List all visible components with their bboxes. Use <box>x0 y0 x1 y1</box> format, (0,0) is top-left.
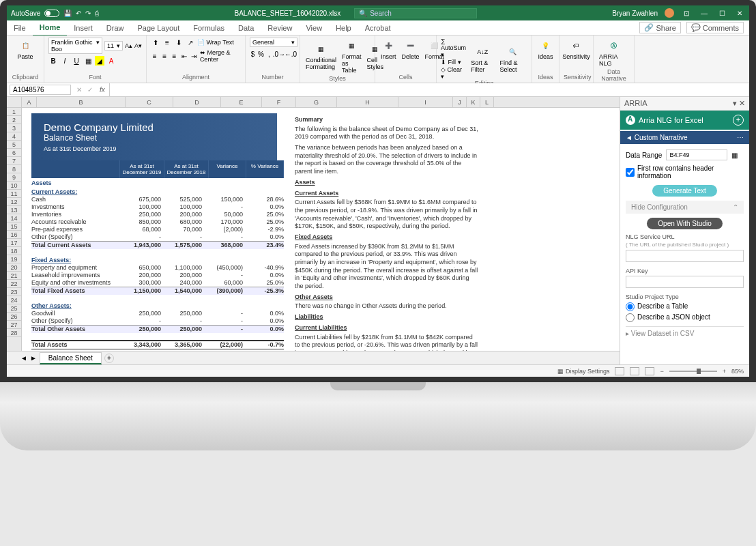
tab-formulas[interactable]: Formulas <box>186 20 231 35</box>
decrease-decimal-icon[interactable]: ←.0 <box>286 49 295 59</box>
save-icon[interactable]: 💾 <box>63 10 72 17</box>
undo-icon[interactable]: ↶ <box>76 10 81 17</box>
increase-font-icon[interactable]: A▴ <box>125 42 132 49</box>
tab-data[interactable]: Data <box>231 20 261 35</box>
view-csv-link[interactable]: ▸ View Dataset in CSV <box>626 326 744 337</box>
tab-view[interactable]: View <box>299 20 329 35</box>
table-row[interactable]: Total Current Assets1,943,0001,575,00036… <box>31 241 284 249</box>
table-row[interactable]: Goodwill250,000250,000-0.0% <box>31 310 284 317</box>
tab-nav-next[interactable]: ► <box>30 354 37 362</box>
row-header[interactable]: 22 <box>7 280 21 288</box>
row-header[interactable]: 28 <box>7 329 21 337</box>
tab-nav-prev[interactable]: ◄ <box>20 354 27 362</box>
font-size-input[interactable]: 11▾ <box>104 41 123 51</box>
row-header[interactable]: 9 <box>7 173 21 182</box>
align-right-icon[interactable]: ≡ <box>171 51 178 61</box>
data-range-input[interactable] <box>666 149 727 160</box>
underline-icon[interactable]: U <box>72 56 81 66</box>
find-select-button[interactable]: 🔍Find & Select <box>498 44 527 74</box>
format-as-table-button[interactable]: ▦Format as Table <box>340 38 363 75</box>
user-name[interactable]: Bryan Zwahlen <box>612 10 658 17</box>
tab-insert[interactable]: Insert <box>67 20 100 35</box>
table-row[interactable]: Investments100,000100,000-0.0% <box>31 203 284 211</box>
row-header[interactable]: 11 <box>7 190 21 198</box>
add-sheet-button[interactable]: + <box>104 354 114 363</box>
orientation-icon[interactable]: ↗ <box>186 38 195 47</box>
align-bot-icon[interactable]: ⬇ <box>174 38 184 47</box>
table-row[interactable]: Other (Specify)---0.0% <box>31 233 284 241</box>
row-header[interactable]: 21 <box>7 272 21 280</box>
table-row[interactable]: Inventories250,000200,00050,00025.0% <box>31 211 284 218</box>
row-header[interactable]: 16 <box>7 231 21 239</box>
italic-icon[interactable]: I <box>60 56 70 66</box>
sensitivity-button[interactable]: 🏷Sensitivity <box>564 38 589 61</box>
open-studio-button[interactable]: Open With Studio <box>647 218 722 229</box>
tab-home[interactable]: Home <box>33 20 68 36</box>
tab-review[interactable]: Review <box>261 20 299 35</box>
conditional-formatting-button[interactable]: ▦Conditional Formatting <box>304 41 338 72</box>
row-header[interactable]: 26 <box>7 313 21 321</box>
table-row[interactable]: Accounts receivable850,000680,000170,000… <box>31 218 284 226</box>
header-row-checkbox[interactable] <box>626 168 635 177</box>
indent-inc-icon[interactable]: ⇥ <box>190 51 198 61</box>
radio-table[interactable] <box>626 302 635 311</box>
row-header[interactable]: 13 <box>7 206 21 214</box>
autosum-button[interactable]: ∑ AutoSum ▾ <box>441 38 467 58</box>
sort-filter-button[interactable]: A↓ZSort & Filter <box>469 44 495 74</box>
formula-input[interactable] <box>109 83 749 96</box>
api-key-input[interactable] <box>626 276 744 288</box>
arria-button[interactable]: ⒶARRIA NLG <box>598 38 630 68</box>
ideas-button[interactable]: 💡Ideas <box>536 38 555 61</box>
tab-help[interactable]: Help <box>329 20 358 35</box>
avatar[interactable] <box>665 8 674 18</box>
table-row[interactable]: Total Assets3,343,0003,365,000(22,000)-0… <box>31 340 284 349</box>
table-row[interactable]: Total Fixed Assets1,150,0001,540,000(390… <box>31 287 284 295</box>
fill-color-icon[interactable]: ◢ <box>95 56 104 66</box>
merge-button[interactable]: ⬌ Merge & Center <box>200 49 241 63</box>
row-header[interactable]: 19 <box>7 255 21 263</box>
align-top-icon[interactable]: ⬆ <box>151 38 160 47</box>
table-row[interactable]: Equity and other investments300,000240,0… <box>31 279 284 287</box>
row-header[interactable]: 23 <box>7 288 21 296</box>
row-header[interactable]: 5 <box>7 141 21 149</box>
tab-draw[interactable]: Draw <box>100 20 131 35</box>
zoom-out-button[interactable]: − <box>660 368 663 375</box>
zoom-level[interactable]: 85% <box>731 368 744 375</box>
share-button[interactable]: 🔗 Share <box>639 22 680 33</box>
row-header[interactable]: 1 <box>7 108 21 116</box>
add-narrative-button[interactable]: + <box>733 115 744 126</box>
autosave-toggle[interactable] <box>44 10 59 17</box>
view-normal-icon[interactable] <box>615 367 624 375</box>
row-header[interactable]: 8 <box>7 165 21 173</box>
panel-dropdown-icon[interactable]: ▾ <box>733 99 737 107</box>
table-row[interactable]: Property and equipment650,0001,100,000(4… <box>31 264 284 272</box>
align-left-icon[interactable]: ≡ <box>151 51 158 61</box>
row-header[interactable]: 4 <box>7 132 21 141</box>
row-header[interactable]: 27 <box>7 321 21 329</box>
tab-acrobat[interactable]: Acrobat <box>358 20 398 35</box>
search-input[interactable]: 🔍 Search <box>354 8 477 18</box>
row-header[interactable]: 10 <box>7 182 21 190</box>
nlg-url-input[interactable] <box>626 250 744 262</box>
row-header[interactable]: 12 <box>7 198 21 206</box>
panel-close-icon[interactable]: ✕ <box>739 99 745 107</box>
maximize-icon[interactable]: ☐ <box>716 10 727 17</box>
ribbon-options-icon[interactable]: ⊡ <box>681 10 692 17</box>
generate-text-button[interactable]: Generate Text <box>652 185 717 197</box>
tab-file[interactable]: File <box>7 20 33 35</box>
close-icon[interactable]: ✕ <box>734 10 745 17</box>
row-header[interactable]: 3 <box>7 124 21 132</box>
row-header[interactable]: 6 <box>7 149 21 157</box>
row-header[interactable]: 25 <box>7 304 21 313</box>
display-settings-button[interactable]: ▦ Display Settings <box>557 368 609 375</box>
indent-dec-icon[interactable]: ⇤ <box>180 51 188 61</box>
wrap-text-button[interactable]: 📄 Wrap Text <box>197 39 234 46</box>
table-row[interactable]: Total Other Assets250,000250,000-0.0% <box>31 325 284 333</box>
table-row[interactable]: Leasehold improvements200,000200,000-0.0… <box>31 272 284 279</box>
range-picker-icon[interactable]: ▦ <box>731 152 738 159</box>
font-name-input[interactable]: Franklin Gothic Boo▾ <box>48 38 102 54</box>
align-mid-icon[interactable]: ≡ <box>162 38 172 47</box>
enter-icon[interactable]: ✓ <box>85 86 96 94</box>
print-icon[interactable]: ⎙ <box>95 10 99 17</box>
table-row[interactable]: Cash675,000525,000150,00028.6% <box>31 196 284 203</box>
